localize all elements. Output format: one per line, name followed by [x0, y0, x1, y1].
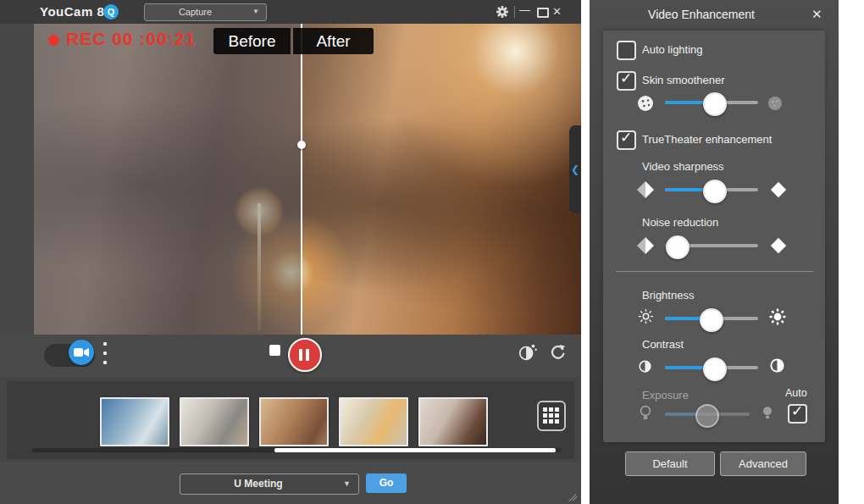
meeting-dropdown-label: U Meeting: [180, 478, 336, 490]
maximize-button[interactable]: [537, 8, 549, 18]
video-preview: REC 00 :00:21 Before After: [34, 24, 581, 335]
truetheater-label: TrueTheater enhancement: [642, 133, 772, 146]
youcam-window: YouCam 8 Q Capture ▼ — ✕: [0, 0, 581, 504]
contrast-low-icon: [639, 360, 651, 373]
contrast-label: Contrast: [642, 338, 684, 351]
skin-smoothener-label: Skin smoothener: [642, 74, 725, 86]
more-options-menu[interactable]: [101, 342, 109, 369]
slider-thumb[interactable]: [700, 308, 723, 332]
title-bar: YouCam 8 Q Capture ▼ — ✕: [0, 0, 581, 24]
slider-thumb[interactable]: [703, 180, 727, 203]
youcam-logo-icon: Q: [103, 4, 119, 19]
exposure-high-icon: [761, 405, 774, 422]
brightness-high-icon: [769, 308, 786, 325]
before-after-divider[interactable]: [301, 24, 302, 335]
chevron-down-icon: ▼: [252, 8, 259, 15]
before-overlay: [34, 24, 302, 335]
divider-drag-handle[interactable]: [297, 141, 306, 149]
video-camera-icon: [73, 346, 90, 359]
auto-exposure-checkbox[interactable]: ✓: [788, 404, 807, 424]
thumbnail-5[interactable]: [418, 397, 488, 446]
close-button[interactable]: ✕: [552, 5, 562, 18]
thumbnail-1[interactable]: [100, 397, 169, 446]
screen: YouCam 8 Q Capture ▼ — ✕: [0, 0, 864, 504]
panel-title: Video Enhancement: [590, 8, 813, 21]
reset-icon[interactable]: [549, 343, 569, 363]
checkmark-icon: ✓: [791, 402, 803, 420]
thumbnail-4[interactable]: [339, 397, 408, 446]
noise-reduction-label: Noise reduction: [642, 216, 718, 229]
capture-dropdown[interactable]: Capture ▼: [144, 3, 267, 21]
scrollbar-thumb[interactable]: [274, 448, 556, 452]
video-sharpness-label: Video sharpness: [642, 160, 724, 173]
brightness-label: Brightness: [642, 289, 694, 302]
go-button[interactable]: Go: [366, 474, 407, 493]
record-status: REC 00 :00:21: [66, 29, 196, 49]
skin-smoothener-checkbox[interactable]: ✓: [617, 71, 636, 91]
resize-grip[interactable]: [566, 489, 578, 501]
smooth-skin-icon: [767, 96, 783, 111]
auto-lighting-label: Auto lighting: [642, 43, 703, 56]
settings-gear-icon[interactable]: [496, 5, 509, 19]
noise-reduction-slider[interactable]: [665, 235, 758, 257]
titlebar-divider: [514, 6, 515, 18]
chevron-down-icon: ▼: [343, 479, 351, 488]
face-enhancement-icon[interactable]: [518, 342, 538, 363]
slider-thumb[interactable]: [666, 235, 690, 259]
enhancement-card: ✓ Auto lighting ✓ Skin smoothener: [603, 30, 825, 442]
capture-dropdown-label: Capture: [145, 7, 246, 17]
video-sharpness-slider[interactable]: [665, 179, 758, 201]
slider-thumb[interactable]: [703, 357, 727, 381]
after-label: After: [293, 28, 374, 54]
slider-thumb[interactable]: [703, 92, 727, 116]
before-label: Before: [213, 28, 291, 54]
pause-button[interactable]: [288, 338, 322, 372]
advanced-button[interactable]: Advanced: [720, 451, 806, 476]
default-button[interactable]: Default: [625, 451, 715, 476]
skin-smoothener-slider[interactable]: [665, 91, 758, 114]
brightness-slider[interactable]: [665, 307, 758, 330]
meeting-dropdown[interactable]: U Meeting ▼: [180, 474, 359, 495]
minimize-button[interactable]: —: [519, 3, 530, 16]
thumbnail-scrollbar[interactable]: [32, 448, 561, 452]
thumbnail-strip: [0, 377, 581, 462]
slider-thumb: [695, 404, 719, 428]
checkmark-icon: ✓: [620, 69, 632, 87]
auto-exposure-label: Auto: [785, 387, 807, 399]
checkmark-icon: ✓: [620, 129, 632, 147]
sharp-diamond-icon: [769, 180, 788, 199]
record-time: 00 :00:21: [112, 29, 196, 48]
record-label: REC: [66, 29, 106, 48]
app-title: YouCam 8: [40, 4, 104, 19]
exposure-label: Exposure: [642, 389, 689, 402]
contrast-high-icon: [770, 358, 784, 373]
capture-controls: [0, 335, 581, 377]
panel-close-button[interactable]: ✕: [811, 7, 822, 22]
bottom-bar: U Meeting ▼ Go: [0, 462, 581, 504]
sharp-diamond-icon: [769, 236, 788, 255]
contrast-slider[interactable]: [665, 357, 758, 379]
auto-lighting-checkbox[interactable]: ✓: [617, 41, 636, 60]
panel-collapse-handle[interactable]: ❮: [569, 125, 581, 213]
section-divider: [616, 271, 813, 272]
record-indicator-dot: [48, 35, 59, 46]
thumbnail-3[interactable]: [259, 397, 329, 446]
exposure-slider: [665, 403, 750, 425]
video-enhancement-panel: Video Enhancement ✕ ✓ Auto lighting ✓ Sk…: [590, 0, 839, 504]
pause-icon: [299, 349, 302, 361]
thumbnail-2[interactable]: [180, 397, 249, 446]
soft-diamond-icon: [635, 235, 656, 256]
exposure-low-icon: [638, 404, 653, 423]
truetheater-checkbox[interactable]: ✓: [617, 130, 636, 150]
camera-toggle-knob[interactable]: [69, 340, 94, 365]
brightness-low-icon: [638, 308, 654, 324]
soft-diamond-icon: [635, 180, 656, 200]
rough-skin-icon: [637, 95, 654, 112]
gallery-grid-button[interactable]: [537, 401, 566, 431]
stop-button[interactable]: [269, 345, 280, 356]
